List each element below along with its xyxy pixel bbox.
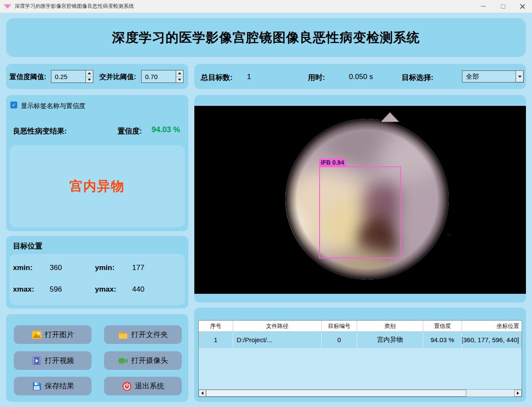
show-labels-checkbox-label[interactable]: 显示标签名称与置信度: [21, 102, 86, 110]
window-controls: [474, 0, 532, 13]
exit-system-label: 退出系统: [135, 381, 165, 391]
table-header-row: 序号 文件路径 目标编号 类别 置信度 坐标位置: [199, 321, 522, 332]
xmin-value: 360: [50, 264, 62, 272]
scope-right-notch: [446, 232, 450, 237]
table-empty-area: [199, 348, 522, 389]
video-file-icon: [32, 356, 42, 366]
detection-bounding-box-label: IFB 0.94: [319, 159, 346, 166]
xmax-value: 596: [50, 285, 62, 294]
xmin-label: xmin:: [13, 264, 32, 272]
open-video-button[interactable]: 打开视频: [14, 351, 92, 370]
table-row[interactable]: 1 D:/Project/... 0 宫内异物 94.03 % [360, 17…: [199, 332, 522, 348]
table-header-coordinates[interactable]: 坐标位置: [462, 321, 522, 331]
horizontal-scrollbar[interactable]: [199, 389, 522, 397]
xmax-label: xmax:: [13, 285, 34, 294]
endoscope-image: IFB 0.94: [194, 106, 526, 294]
results-table: 序号 文件路径 目标编号 类别 置信度 坐标位置 1 D:/Project/..…: [198, 320, 522, 397]
close-icon: [520, 4, 525, 9]
iou-threshold-input[interactable]: [142, 70, 176, 83]
target-select-value: 全部: [462, 73, 516, 81]
actions-panel: 打开图片 打开文件夹 打开视频 打开摄像头 保存结果: [6, 314, 188, 402]
detected-class-box: 宫内异物: [10, 145, 185, 227]
confidence-threshold-spinbox[interactable]: [51, 70, 93, 83]
confidence-threshold-input[interactable]: [51, 70, 86, 83]
combobox-dropdown-button[interactable]: [516, 71, 523, 82]
iou-spin-down-button[interactable]: [176, 77, 183, 83]
app-title-banner: 深度学习的医学影像宫腔镜图像良恶性病变检测系统: [6, 18, 526, 57]
target-select-label: 目标选择:: [402, 73, 434, 83]
results-table-panel: 序号 文件路径 目标编号 类别 置信度 坐标位置 1 D:/Project/..…: [194, 308, 526, 402]
row-category: 宫内异物: [357, 332, 423, 348]
power-icon: [122, 381, 132, 391]
open-video-label: 打开视频: [45, 356, 74, 366]
target-position-box: xmin: 360 ymin: 177 xmax: 596 ymax: 440: [10, 254, 185, 305]
scrollbar-track[interactable]: [206, 390, 514, 397]
titlebar: 深度学习的医学影像宫腔镜图像良恶性病变检测系统: [0, 0, 532, 13]
table-header-category[interactable]: 类别: [357, 321, 423, 331]
image-viewer-panel: IFB 0.94: [194, 95, 526, 302]
target-position-panel: 目标位置 xmin: 360 ymin: 177 xmax: 596 ymax:…: [6, 236, 188, 308]
maximize-icon: [501, 4, 505, 9]
arrow-left-icon: [201, 391, 203, 395]
folder-icon: [118, 330, 128, 340]
ymin-value: 177: [132, 264, 144, 272]
save-floppy-icon: [32, 381, 42, 391]
iou-spin-buttons: [176, 70, 183, 83]
image-icon: [32, 330, 42, 340]
detection-result-panel: ✓ 显示标签名称与置信度 良恶性病变结果: 置信度: 94.03 % 宫内异物: [6, 95, 188, 231]
row-target-id: 0: [322, 332, 357, 348]
row-confidence: 94.03 %: [423, 332, 462, 348]
app-window: 深度学习的医学影像宫腔镜图像良恶性病变检测系统 深度学习的医学影像宫腔镜图像良恶…: [0, 0, 532, 407]
table-header-serial[interactable]: 序号: [199, 321, 233, 331]
save-result-button[interactable]: 保存结果: [14, 377, 92, 395]
camera-icon: [118, 356, 128, 366]
target-select-combobox[interactable]: 全部: [462, 70, 524, 83]
spin-up-icon: [178, 72, 181, 74]
total-targets-label: 总目标数:: [201, 73, 233, 83]
row-coordinates: [360, 177, 596, 440]: [462, 332, 522, 348]
table-header-confidence[interactable]: 置信度: [423, 321, 462, 331]
iou-threshold-spinbox[interactable]: [141, 70, 184, 83]
open-camera-button[interactable]: 打开摄像头: [104, 351, 182, 370]
minimize-button[interactable]: [474, 0, 493, 13]
confidence-threshold-label: 置信度阈值:: [10, 73, 46, 82]
arrow-right-icon: [517, 391, 519, 395]
stats-panel: 总目标数: 1 用时: 0.050 s 目标选择: 全部: [194, 64, 526, 89]
confidence-spin-up-button[interactable]: [86, 70, 93, 77]
ymax-label: ymax:: [95, 285, 116, 294]
save-result-label: 保存结果: [45, 381, 74, 391]
open-image-label: 打开图片: [45, 330, 74, 340]
threshold-panel: 置信度阈值: 交并比阈值:: [6, 64, 188, 89]
confidence-spin-buttons: [86, 70, 93, 83]
open-folder-label: 打开文件夹: [131, 330, 168, 340]
elapsed-time-value: 0.050 s: [349, 73, 373, 81]
confidence-value: 94.03 %: [152, 125, 180, 134]
table-header-filepath[interactable]: 文件路径: [233, 321, 322, 331]
lesion-result-label: 良恶性病变结果:: [13, 126, 67, 136]
iou-spin-up-button[interactable]: [176, 70, 183, 77]
close-button[interactable]: [513, 0, 532, 13]
open-camera-label: 打开摄像头: [131, 356, 168, 366]
confidence-spin-down-button[interactable]: [86, 77, 93, 83]
minimize-icon: [481, 6, 486, 6]
spin-down-icon: [88, 79, 91, 81]
detection-bounding-box: [319, 166, 401, 258]
elapsed-time-label: 用时:: [308, 73, 325, 83]
detected-class-name: 宫内异物: [70, 178, 125, 195]
total-targets-value: 1: [247, 73, 251, 81]
scrollbar-thumb[interactable]: [206, 390, 466, 397]
spin-down-icon: [178, 79, 181, 81]
open-image-button[interactable]: 打开图片: [14, 325, 92, 344]
show-labels-checkbox[interactable]: ✓: [10, 102, 17, 108]
open-folder-button[interactable]: 打开文件夹: [104, 325, 182, 344]
window-title: 深度学习的医学影像宫腔镜图像良恶性病变检测系统: [15, 3, 134, 10]
confidence-label: 置信度:: [117, 126, 142, 136]
exit-system-button[interactable]: 退出系统: [104, 377, 182, 395]
iou-threshold-label: 交并比阈值:: [99, 73, 136, 82]
table-header-target-id[interactable]: 目标编号: [322, 321, 357, 331]
scrollbar-right-button[interactable]: [514, 390, 522, 397]
scrollbar-left-button[interactable]: [199, 390, 206, 397]
page-title: 深度学习的医学影像宫腔镜图像良恶性病变检测系统: [112, 29, 420, 47]
ymin-label: ymin:: [95, 264, 114, 272]
maximize-button[interactable]: [493, 0, 513, 13]
